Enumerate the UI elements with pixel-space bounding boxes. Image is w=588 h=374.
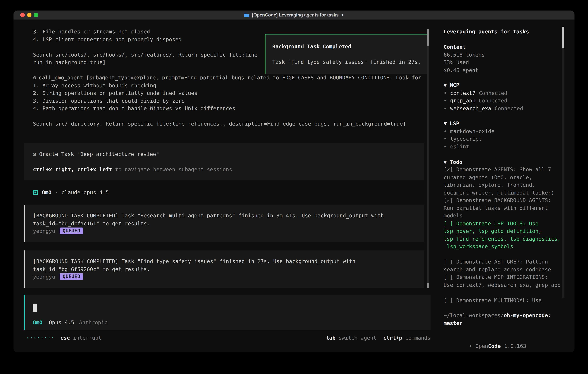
gear-icon: ⚙ [33, 75, 36, 81]
todo-item: [ ] Demonstrate LSP TOOLS: Use lsp_hover… [444, 219, 562, 250]
todo-heading-label: Todo [450, 159, 462, 165]
terminal-line: 3. File handles or streams not closed [33, 28, 257, 35]
esc-key-hint: esc [61, 334, 70, 342]
lsp-name: typescript [450, 136, 482, 142]
todo-item: [ ] Demonstrate MULTIMODAL: Use [444, 296, 562, 304]
bullet-icon: • [444, 136, 447, 142]
disclosure-triangle-icon: ▼ [444, 82, 447, 88]
todo-item: [ ] Demonstrate MCP INTEGRATIONS: Use co… [444, 273, 562, 289]
active-model: Opus 4.5 [49, 319, 74, 326]
mcp-status: Connected [479, 90, 507, 96]
mcp-status: Connected [479, 97, 507, 104]
esc-key-label: interrupt [73, 334, 102, 342]
mcp-heading: ▼MCP [444, 81, 562, 89]
toast-spacer [272, 51, 428, 58]
tool-call-footer: Search src/ directory. Return specific f… [33, 120, 421, 128]
message-meta: yeongyu QUEUED [33, 227, 424, 235]
window-title-group: [OpenCode] Leveraging agents for tasks ◐ [13, 10, 574, 20]
agent-name: OmO [42, 189, 52, 196]
toast-body: Task "Find type safety issues" finished … [272, 58, 428, 66]
scrollbar-thumb[interactable] [562, 27, 564, 48]
git-branch: master [444, 319, 562, 327]
bullet-icon: • [444, 128, 447, 134]
lsp-heading-label: LSP [450, 120, 459, 126]
message-author: yeongyu [33, 227, 55, 235]
conversation-scrollbar[interactable] [427, 29, 430, 288]
folder-icon [244, 13, 249, 17]
agent-header: OmO · claude-opus-4-5 [33, 189, 109, 196]
bullet-icon: • [469, 343, 472, 349]
todo-heading: ▼Todo [444, 158, 562, 166]
lsp-name: eslint [450, 143, 469, 149]
status-badge: QUEUED [60, 228, 83, 234]
background-task-toast: Background Task Completed Task "Find typ… [265, 34, 428, 74]
mcp-item: •websearch_exaConnected [444, 104, 562, 112]
lsp-item: •markdown-oxide [444, 127, 562, 135]
message-block: [BACKGROUND TASK COMPLETED] Task "Find t… [24, 250, 424, 288]
oracle-task-panel: ◉Oracle Task "Deep architecture review" … [24, 143, 424, 180]
spinner-icon: ········ [26, 334, 54, 342]
status-bar: ········ esc interrupt tab switch agent … [26, 334, 430, 342]
tool-call-text: call_omo_agent [subagent_type=explore, p… [39, 75, 421, 81]
message-line: [BACKGROUND TASK COMPLETED] Task "Resear… [33, 212, 424, 219]
disclosure-triangle-icon: ▼ [444, 120, 447, 126]
todo-list: [✓] Demonstrate AGENTS: Show all 7 curat… [444, 166, 562, 304]
activity-indicator-icon: ◐ [341, 12, 344, 18]
context-spent: $0.46 spent [444, 66, 562, 74]
scrollbar-thumb[interactable] [427, 29, 430, 46]
todo-item: [ ] Demonstrate AST-GREP: Pattern search… [444, 258, 562, 273]
message-block: [BACKGROUND TASK COMPLETED] Task "Resear… [24, 205, 424, 242]
mcp-name: grep_app [450, 97, 475, 104]
mcp-heading-label: MCP [450, 82, 459, 88]
workspace-path: ~/local-workspaces/oh-my-opencode: [444, 312, 562, 319]
terminal-line: 4. LSP client connections not properly d… [33, 35, 257, 43]
app-name-prefix: Open [475, 343, 488, 349]
window-title: [OpenCode] Leveraging agents for tasks [252, 12, 339, 18]
terminal-content: 3. File handles or streams not closed 4.… [13, 20, 574, 352]
tool-call-item: 2. String operations on potentially unde… [33, 89, 421, 97]
commands-hint-group: ctrl+p commands [383, 334, 430, 342]
oracle-icon: ◉ [33, 151, 36, 157]
terminal-line: run_in_background=true] [33, 58, 257, 66]
active-agent-name: OmO [33, 319, 42, 326]
sidebar-scrollbar[interactable] [562, 27, 564, 298]
prompt-input[interactable]: OmO Opus 4.5 Anthropic [24, 295, 430, 330]
message-line: [BACKGROUND TASK COMPLETED] Task "Find t… [33, 258, 424, 265]
status-badge: QUEUED [60, 273, 83, 280]
window-titlebar[interactable]: [OpenCode] Leveraging agents for tasks ◐ [13, 10, 574, 20]
ctrlp-key-label: commands [405, 334, 430, 342]
subagent-nav-hint: ctrl+x right, ctrl+x left to navigate be… [33, 166, 424, 173]
context-section: Context 66,518 tokens 33% used $0.46 spe… [444, 43, 562, 74]
workspace-info: ~/local-workspaces/oh-my-opencode: maste… [444, 312, 562, 327]
lsp-section: ▼LSP •markdown-oxide •typescript •eslint [444, 120, 562, 150]
message-author: yeongyu [33, 273, 55, 280]
hint-text: to navigate between subagent sessions [112, 166, 232, 172]
app-name-suffix: Code [488, 343, 501, 349]
app-version: 1.0.163 [504, 343, 526, 349]
terminal-window: [OpenCode] Leveraging agents for tasks ◐… [13, 10, 574, 353]
lsp-item: •eslint [444, 143, 562, 150]
tab-key-hint: tab [326, 334, 336, 342]
lsp-heading: ▼LSP [444, 120, 562, 127]
agent-checkbox-icon [33, 190, 38, 195]
scrollbar-thumb[interactable] [427, 283, 430, 288]
bullet-icon: • [444, 97, 447, 104]
desktop: [OpenCode] Leveraging agents for tasks ◐… [0, 0, 588, 374]
message-line: task_id="bg_6f59260c" to get results. [33, 265, 424, 273]
mcp-item: •grep_appConnected [444, 97, 562, 104]
mcp-status: Connected [495, 105, 523, 111]
agent-model: claude-opus-4-5 [61, 189, 109, 196]
bullet-icon: • [444, 105, 447, 111]
oracle-title-text: Oracle Task "Deep architecture review" [39, 151, 159, 157]
tab-key-label: switch agent [338, 334, 377, 342]
app-version-footer: •OpenCode1.0.163 [444, 334, 562, 342]
terminal-line: Search src/tools/, src/hooks/, src/featu… [33, 51, 257, 58]
bullet-icon: • [444, 143, 447, 149]
context-used: 33% used [444, 58, 562, 66]
workspace-path-prefix: ~/local-workspaces/ [444, 312, 504, 318]
tool-call-block: ⚙call_omo_agent [subagent_type=explore, … [33, 74, 421, 128]
tool-call-item: 4. Path operations that don't handle Win… [33, 104, 421, 112]
mcp-name: context7 [450, 90, 475, 96]
tool-call-header: ⚙call_omo_agent [subagent_type=explore, … [33, 74, 421, 82]
session-title: Leveraging agents for tasks [444, 28, 562, 35]
